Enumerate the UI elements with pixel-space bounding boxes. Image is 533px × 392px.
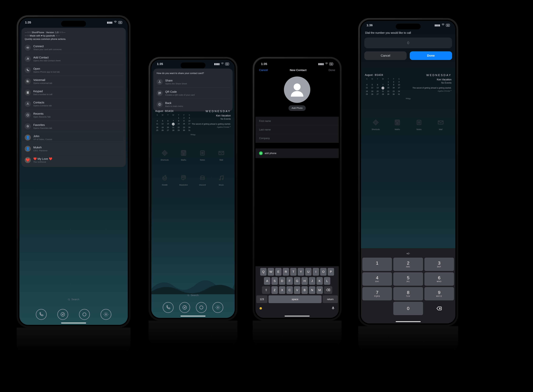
key-j[interactable]: J bbox=[309, 277, 315, 285]
numpad-5-key[interactable]: 5JKL bbox=[393, 272, 423, 286]
key-l[interactable]: L bbox=[324, 277, 330, 285]
dock-phone-icon[interactable] bbox=[163, 302, 173, 313]
key-x[interactable]: X bbox=[279, 286, 285, 294]
key-n[interactable]: N bbox=[309, 286, 315, 294]
menu-row-keypad[interactable]: KeypadDial a number to call bbox=[24, 87, 123, 98]
sign-key[interactable]: +/- bbox=[362, 251, 454, 258]
menu-row-add-contact[interactable]: Add ContactOpens the Add Contact sheet bbox=[24, 53, 123, 64]
cancel-button[interactable]: Cancel bbox=[259, 69, 268, 72]
dock-settings-icon[interactable] bbox=[212, 302, 223, 313]
app-maths[interactable]: Maths bbox=[393, 118, 402, 131]
first-name-field[interactable]: First name bbox=[255, 117, 339, 126]
key-m[interactable]: M bbox=[316, 286, 323, 294]
key-h[interactable]: H bbox=[301, 277, 308, 285]
add-phone-row[interactable]: + add phone bbox=[255, 149, 339, 158]
menu-row-contacts[interactable]: ContactsOpens Contacts tab bbox=[24, 98, 123, 109]
home-indicator[interactable] bbox=[285, 316, 310, 317]
last-name-field[interactable]: Last name bbox=[255, 126, 339, 134]
key-w[interactable]: W bbox=[268, 268, 274, 276]
key-v[interactable]: V bbox=[294, 286, 300, 294]
key-q[interactable]: Q bbox=[260, 268, 266, 276]
menu-row-connect[interactable]: ConnectShare your card with someone bbox=[24, 42, 123, 53]
shift-key[interactable]: ⇧ bbox=[262, 286, 270, 294]
dock-compass-icon[interactable] bbox=[179, 302, 190, 313]
numpad-4-key[interactable]: 4GHI bbox=[362, 272, 392, 286]
menu-row-back[interactable]: BackBack to main menu bbox=[156, 99, 230, 110]
done-button[interactable]: Done bbox=[328, 69, 335, 72]
key-a[interactable]: A bbox=[264, 277, 270, 285]
key-t[interactable]: T bbox=[290, 268, 297, 276]
app-reddit[interactable]: Reddit bbox=[160, 173, 169, 186]
menu-row-favorites[interactable]: FavoritesOpens Favorites tab bbox=[24, 121, 123, 132]
menu-row-john[interactable]: 👤JohnVP of Sales, Cosmic bbox=[24, 132, 123, 143]
numpad-7-key[interactable]: 7PQRS bbox=[362, 287, 392, 300]
avatar-placeholder[interactable] bbox=[284, 76, 310, 103]
search-pill[interactable]: Search bbox=[151, 291, 235, 300]
space-key[interactable]: space bbox=[268, 295, 322, 303]
key-c[interactable]: C bbox=[286, 286, 293, 294]
dock-phone-icon[interactable] bbox=[36, 309, 47, 320]
app-shortcuts[interactable]: Shortcuts bbox=[160, 149, 169, 161]
key-i[interactable]: I bbox=[313, 268, 319, 276]
app-maths[interactable]: Maths bbox=[179, 149, 188, 161]
done-button[interactable]: Done bbox=[410, 51, 452, 60]
key-p[interactable]: P bbox=[328, 268, 334, 276]
dial-placeholder: 0 bbox=[407, 41, 409, 45]
music-icon bbox=[217, 173, 226, 182]
dock-messages-icon[interactable] bbox=[196, 302, 207, 313]
numpad-0-key[interactable]: 0 bbox=[393, 302, 423, 315]
numpad-6-key[interactable]: 6MNO bbox=[424, 272, 454, 286]
dock-compass-icon[interactable] bbox=[57, 309, 68, 320]
app-mastodon[interactable]: Mastodon bbox=[179, 173, 188, 186]
key-z[interactable]: Z bbox=[271, 286, 278, 294]
add-photo-button[interactable]: Add Photo bbox=[289, 105, 306, 111]
key-r[interactable]: R bbox=[283, 268, 289, 276]
search-pill[interactable]: Search bbox=[19, 295, 128, 304]
key-u[interactable]: U bbox=[305, 268, 312, 276]
numpad-9-key[interactable]: 9WXYZ bbox=[424, 287, 454, 300]
return-key[interactable]: return bbox=[323, 295, 338, 303]
menu-row-voicemail[interactable]: VoicemailOpens voicemail tab bbox=[24, 76, 123, 87]
numpad-delete-key[interactable] bbox=[424, 302, 454, 315]
menu-row-qr-code[interactable]: QR CodeCreates a QR code of your card bbox=[156, 88, 230, 99]
mic-key[interactable] bbox=[331, 306, 335, 310]
signal-icon: ▮▮▮▮ bbox=[214, 62, 220, 65]
menu-row--my-love-[interactable]: ❤️❤️ My Love ❤️The Girlfriend bbox=[24, 154, 123, 166]
key-f[interactable]: F bbox=[286, 277, 293, 285]
menu-row-mukeh[interactable]: 👤MukehCEO, Plantonix bbox=[24, 143, 123, 154]
menu-row-open[interactable]: OpenOpens Phone app to last tab bbox=[24, 64, 123, 76]
app-shortcuts[interactable]: Shortcuts bbox=[371, 118, 380, 131]
home-indicator[interactable] bbox=[181, 316, 206, 317]
menu-row-share[interactable]: ShareOpens the Share Sheet bbox=[156, 76, 230, 88]
numpad-8-key[interactable]: 8TUV bbox=[393, 287, 423, 300]
key-b[interactable]: B bbox=[301, 286, 308, 294]
key-d[interactable]: D bbox=[279, 277, 285, 285]
app-discord[interactable]: Discord bbox=[198, 173, 207, 186]
app-music[interactable]: Music bbox=[217, 173, 226, 186]
app-mail[interactable]: Mail bbox=[436, 118, 445, 131]
emoji-key[interactable]: 😊 bbox=[259, 307, 262, 310]
key-e[interactable]: E bbox=[275, 268, 281, 276]
key-s[interactable]: S bbox=[271, 277, 278, 285]
app-notes[interactable]: Notes bbox=[415, 118, 423, 131]
numbers-key[interactable]: 123 bbox=[256, 295, 267, 303]
dial-input[interactable]: 0 bbox=[364, 37, 452, 48]
home-indicator[interactable] bbox=[396, 321, 421, 322]
app-notes[interactable]: Notes bbox=[198, 149, 207, 161]
key-o[interactable]: O bbox=[320, 268, 327, 276]
menu-row-recents[interactable]: RecentsOpen Recents Tab bbox=[24, 109, 123, 121]
numpad-1-key[interactable]: 1 bbox=[362, 258, 392, 271]
numpad-2-key[interactable]: 2ABC bbox=[393, 258, 423, 271]
numpad-3-key[interactable]: 3DEF bbox=[424, 258, 454, 271]
key-g[interactable]: G bbox=[294, 277, 300, 285]
company-field[interactable]: Company bbox=[255, 134, 339, 143]
home-indicator[interactable] bbox=[61, 323, 86, 323]
key-y[interactable]: Y bbox=[298, 268, 304, 276]
dock-settings-icon[interactable] bbox=[101, 309, 111, 320]
key-k[interactable]: K bbox=[316, 277, 323, 285]
cal-day: 3 bbox=[397, 81, 401, 83]
dock-messages-icon[interactable] bbox=[79, 309, 90, 320]
backspace-key[interactable]: ⌫ bbox=[324, 286, 332, 294]
cancel-button[interactable]: Cancel bbox=[364, 51, 407, 60]
app-mail[interactable]: Mail bbox=[217, 149, 226, 161]
